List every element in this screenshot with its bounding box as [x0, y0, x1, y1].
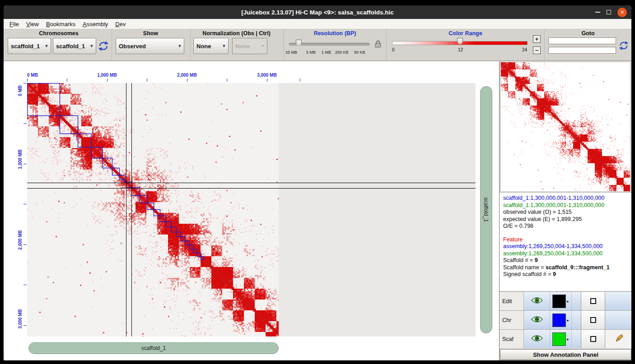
assembly-y: assembly:1,269,250,004-1,334,500,000	[503, 250, 628, 258]
thumbnail-map-canvas[interactable]	[501, 62, 630, 191]
layer-row-edit: Edit ▸	[500, 291, 631, 310]
observed-value: observed value (O) = 1,515	[503, 209, 628, 216]
x-ruler-label: 1,000 MB	[97, 73, 117, 78]
menu-file[interactable]: File	[6, 20, 22, 28]
resolution-tick-label: 250 KB	[335, 50, 349, 55]
y-scaffold-label: scaffold_1	[483, 198, 490, 222]
chromosome-x-select[interactable]: scaffold_1 ▼	[8, 38, 51, 54]
color-range-min: 0	[392, 47, 395, 52]
y-ruler-tick	[23, 204, 27, 204]
chromosome-y-select[interactable]: scaffold_1 ▼	[53, 38, 96, 54]
chevron-down-icon: ▼	[259, 44, 267, 48]
normalization-obs-select[interactable]: None ▼	[193, 38, 229, 54]
goto-section: Goto	[544, 29, 631, 61]
goto-input-x[interactable]	[548, 37, 616, 44]
checkbox	[590, 298, 596, 304]
y-scaffold-bar[interactable]: scaffold_1	[480, 86, 492, 333]
x-scaffold-bar[interactable]: scaffold_1	[28, 342, 279, 354]
chromosomes-section: Chromosomes scaffold_1 ▼ scaffold_1 ▼	[7, 29, 111, 61]
spacer	[605, 292, 631, 310]
spacer	[605, 311, 631, 329]
menu-dev[interactable]: Dev	[112, 20, 129, 28]
resolution-section: Resolution (BP) 25 MB 5 MB 1 MB 250 KB 5…	[283, 29, 386, 61]
close-icon[interactable]: ✕	[617, 8, 627, 17]
menu-view[interactable]: View	[23, 20, 42, 28]
expected-value: expected value (E) = 1,899.295	[503, 216, 628, 223]
normalization-section: Normalization (Obs | Ctrl) None ▼ None ▼	[190, 29, 282, 61]
layer-color-button[interactable]: ▸	[550, 330, 572, 348]
scaffold-name: Scaffold name = scaffold_9:::fragment_1	[503, 264, 628, 272]
menu-bar: File View Bookmarks Assembly Dev	[4, 19, 631, 29]
minimize-icon[interactable]	[595, 12, 600, 13]
resolution-tick-label: 1 MB	[322, 50, 331, 55]
goto-input-y[interactable]	[548, 47, 616, 54]
y-ruler-tick	[23, 244, 27, 245]
show-title: Show	[112, 30, 189, 37]
layer-color-button[interactable]: ▸	[550, 292, 572, 310]
resolution-tick-label: 50 KB	[354, 50, 365, 55]
y-ruler-label: 1,000 MB	[18, 149, 23, 169]
signed-scaffold-number: Signed scaffold # = 9	[503, 271, 628, 278]
x-ruler-tick	[67, 78, 67, 82]
position-y: scaffold_1:1,300,000,001-1,310,000,000	[503, 202, 628, 209]
x-ruler-tick	[227, 78, 227, 82]
chevron-right-icon: ▸	[567, 299, 569, 304]
visibility-toggle-button[interactable]	[524, 330, 550, 348]
chevron-down-icon: ▼	[220, 44, 228, 48]
eye-icon	[531, 297, 543, 306]
position-info-box: scaffold_1:1,300,000,001-1,310,000,000 s…	[500, 192, 631, 291]
chevron-down-icon: ▼	[42, 44, 51, 48]
hic-map-panel: 0 MB 1,000 MB 2,000 MB 3,000 MB 0 MB 1,0…	[4, 61, 499, 360]
chevron-down-icon: ▼	[176, 44, 184, 48]
lock-icon[interactable]	[375, 40, 381, 50]
spacer	[572, 311, 581, 329]
show-select[interactable]: Observed ▼	[116, 38, 184, 54]
juicebox-window: [Juicebox 2.13.07] Hi-C Map <9>: salsa_s…	[4, 5, 631, 360]
right-panel: scaffold_1:1,300,000,001-1,310,000,000 s…	[499, 61, 631, 360]
color-range-mid: 12	[458, 47, 463, 52]
layer-color-button[interactable]: ▸	[550, 311, 572, 329]
color-range-title: Color Range	[387, 30, 544, 37]
resolution-tick-label: 5 MB	[306, 50, 316, 55]
show-section: Show Observed ▼	[112, 29, 189, 61]
normalization-title: Normalization (Obs | Ctrl)	[191, 30, 282, 37]
y-ruler-label: 2,000 MB	[18, 230, 23, 249]
x-ruler-label: 2,000 MB	[177, 73, 196, 78]
color-range-max: 24	[522, 47, 527, 52]
layer-checkbox-button[interactable]	[581, 330, 605, 348]
maximize-icon[interactable]	[607, 10, 611, 14]
title-bar: [Juicebox 2.13.07] Hi-C Map <9>: salsa_s…	[4, 5, 631, 19]
x-ruler-tick	[267, 78, 267, 82]
refresh-icon[interactable]	[98, 41, 109, 53]
color-swatch	[552, 332, 566, 346]
y-ruler-tick	[23, 123, 27, 124]
layer-checkbox-button[interactable]	[581, 311, 605, 329]
x-ruler-tick	[300, 78, 300, 82]
x-ruler-label: 0 MB	[27, 73, 38, 78]
layer-row-scaf: Scaf ▸	[500, 329, 631, 348]
y-ruler-label: 0 MB	[18, 85, 23, 96]
eye-icon	[531, 316, 543, 325]
feature-title: Feature	[503, 236, 628, 244]
visibility-toggle-button[interactable]	[524, 292, 550, 310]
y-ruler-tick	[23, 285, 27, 285]
visibility-toggle-button[interactable]	[524, 311, 550, 329]
chromosomes-title: Chromosomes	[7, 30, 111, 37]
y-ruler-tick	[23, 325, 27, 326]
layer-checkbox-button[interactable]	[581, 292, 605, 310]
hic-contact-map-canvas[interactable]	[27, 83, 476, 336]
x-ruler-tick	[107, 78, 107, 82]
refresh-icon[interactable]	[619, 41, 629, 52]
checkbox	[590, 336, 596, 342]
edit-pencil-button[interactable]	[605, 330, 631, 348]
color-range-minus-button[interactable]: −	[533, 46, 541, 54]
menu-bookmarks[interactable]: Bookmarks	[43, 20, 79, 28]
checkbox	[590, 317, 596, 323]
x-ruler-label: 3,000 MB	[257, 73, 276, 78]
menu-assembly[interactable]: Assembly	[79, 20, 111, 28]
x-scaffold-label: scaffold_1	[141, 345, 166, 351]
goto-title: Goto	[545, 30, 631, 37]
x-ruler-tick	[27, 78, 28, 82]
color-range-plus-button[interactable]: +	[533, 35, 541, 43]
show-annotation-panel-button[interactable]: Show Annotation Panel	[500, 349, 631, 360]
